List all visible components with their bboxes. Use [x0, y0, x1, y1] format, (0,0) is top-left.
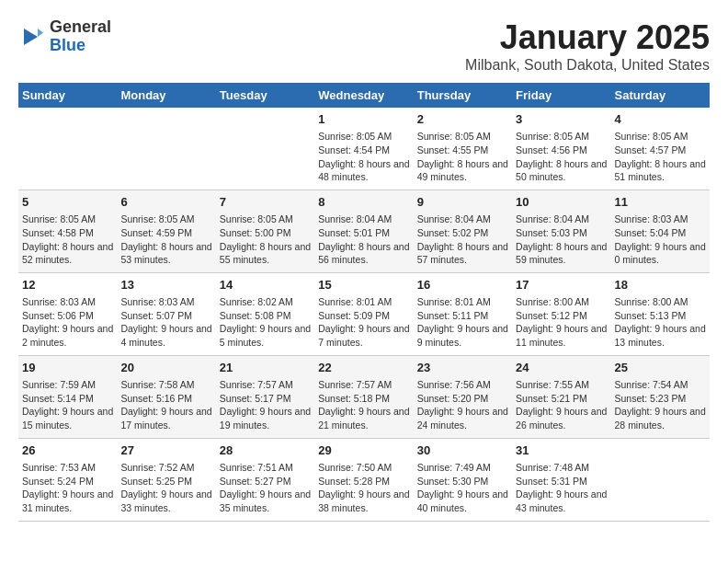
day-number: 5: [22, 194, 113, 211]
day-number: 9: [417, 194, 508, 211]
day-number: 3: [516, 111, 607, 128]
day-number: 2: [417, 111, 508, 128]
day-number: 17: [516, 277, 607, 293]
day-cell: 17Sunrise: 8:00 AM Sunset: 5:12 PM Dayli…: [512, 272, 610, 355]
day-cell: 1Sunrise: 8:05 AM Sunset: 4:54 PM Daylig…: [314, 108, 413, 190]
day-number: 6: [120, 194, 211, 211]
day-info: Sunrise: 8:01 AM Sunset: 5:09 PM Dayligh…: [318, 295, 409, 350]
subtitle: Milbank, South Dakota, United States: [465, 57, 710, 74]
week-row-2: 5Sunrise: 8:05 AM Sunset: 4:58 PM Daylig…: [18, 190, 710, 272]
day-cell: [18, 108, 117, 190]
logo: General Blue: [18, 18, 111, 55]
header-wednesday: Wednesday: [314, 83, 413, 108]
calendar-table: SundayMondayTuesdayWednesdayThursdayFrid…: [18, 83, 710, 522]
day-cell: 16Sunrise: 8:01 AM Sunset: 5:11 PM Dayli…: [414, 272, 512, 355]
day-cell: 5Sunrise: 8:05 AM Sunset: 4:58 PM Daylig…: [18, 190, 117, 272]
header-saturday: Saturday: [611, 83, 710, 108]
day-number: 22: [318, 360, 409, 376]
day-cell: 15Sunrise: 8:01 AM Sunset: 5:09 PM Dayli…: [314, 272, 413, 355]
day-number: 8: [318, 194, 409, 211]
day-cell: 26Sunrise: 7:53 AM Sunset: 5:24 PM Dayli…: [18, 438, 117, 521]
day-cell: 12Sunrise: 8:03 AM Sunset: 5:06 PM Dayli…: [18, 272, 117, 355]
svg-marker-1: [24, 29, 38, 45]
day-info: Sunrise: 7:57 AM Sunset: 5:17 PM Dayligh…: [220, 378, 311, 432]
day-info: Sunrise: 8:01 AM Sunset: 5:11 PM Dayligh…: [417, 295, 508, 350]
day-info: Sunrise: 8:04 AM Sunset: 5:01 PM Dayligh…: [318, 213, 409, 267]
day-cell: 28Sunrise: 7:51 AM Sunset: 5:27 PM Dayli…: [216, 438, 314, 521]
day-cell: 14Sunrise: 8:02 AM Sunset: 5:08 PM Dayli…: [216, 272, 314, 355]
day-cell: 11Sunrise: 8:03 AM Sunset: 5:04 PM Dayli…: [611, 190, 710, 272]
day-number: 27: [120, 442, 211, 459]
day-cell: 4Sunrise: 8:05 AM Sunset: 4:57 PM Daylig…: [611, 108, 710, 190]
logo-blue: Blue: [50, 37, 111, 55]
day-info: Sunrise: 8:05 AM Sunset: 4:55 PM Dayligh…: [417, 130, 508, 184]
day-cell: 3Sunrise: 8:05 AM Sunset: 4:56 PM Daylig…: [512, 108, 610, 190]
day-cell: 20Sunrise: 7:58 AM Sunset: 5:16 PM Dayli…: [117, 355, 215, 438]
day-info: Sunrise: 8:00 AM Sunset: 5:12 PM Dayligh…: [516, 295, 607, 350]
day-cell: 31Sunrise: 7:48 AM Sunset: 5:31 PM Dayli…: [512, 438, 610, 521]
day-number: 18: [615, 277, 706, 293]
week-row-3: 12Sunrise: 8:03 AM Sunset: 5:06 PM Dayli…: [18, 272, 710, 355]
day-info: Sunrise: 7:55 AM Sunset: 5:21 PM Dayligh…: [516, 378, 607, 432]
day-number: 12: [22, 277, 113, 293]
day-cell: 19Sunrise: 7:59 AM Sunset: 5:14 PM Dayli…: [18, 355, 117, 438]
logo-text: General Blue: [50, 18, 111, 55]
logo-icon: [18, 23, 46, 51]
day-cell: [216, 108, 314, 190]
day-number: 10: [516, 194, 607, 211]
day-cell: 22Sunrise: 7:57 AM Sunset: 5:18 PM Dayli…: [314, 355, 413, 438]
day-info: Sunrise: 8:02 AM Sunset: 5:08 PM Dayligh…: [220, 295, 311, 350]
day-cell: [611, 438, 710, 521]
day-info: Sunrise: 8:05 AM Sunset: 4:56 PM Dayligh…: [516, 130, 607, 184]
day-cell: 25Sunrise: 7:54 AM Sunset: 5:23 PM Dayli…: [611, 355, 710, 438]
day-cell: 9Sunrise: 8:04 AM Sunset: 5:02 PM Daylig…: [414, 190, 512, 272]
day-info: Sunrise: 7:57 AM Sunset: 5:18 PM Dayligh…: [318, 378, 409, 432]
day-number: 19: [22, 360, 113, 376]
day-info: Sunrise: 7:51 AM Sunset: 5:27 PM Dayligh…: [220, 461, 311, 515]
day-number: 15: [318, 277, 409, 293]
day-cell: 6Sunrise: 8:05 AM Sunset: 4:59 PM Daylig…: [117, 190, 215, 272]
day-number: 13: [120, 277, 211, 293]
day-number: 4: [615, 111, 706, 128]
day-number: 16: [417, 277, 508, 293]
day-number: 7: [220, 194, 311, 211]
day-number: 14: [220, 277, 311, 293]
day-number: 21: [220, 360, 311, 376]
day-cell: 8Sunrise: 8:04 AM Sunset: 5:01 PM Daylig…: [314, 190, 413, 272]
day-info: Sunrise: 7:54 AM Sunset: 5:23 PM Dayligh…: [615, 378, 706, 432]
day-cell: 21Sunrise: 7:57 AM Sunset: 5:17 PM Dayli…: [216, 355, 314, 438]
day-number: 25: [615, 360, 706, 376]
day-info: Sunrise: 7:50 AM Sunset: 5:28 PM Dayligh…: [318, 461, 409, 515]
day-cell: 30Sunrise: 7:49 AM Sunset: 5:30 PM Dayli…: [414, 438, 512, 521]
day-cell: 13Sunrise: 8:03 AM Sunset: 5:07 PM Dayli…: [117, 272, 215, 355]
day-info: Sunrise: 7:49 AM Sunset: 5:30 PM Dayligh…: [417, 461, 508, 515]
day-info: Sunrise: 8:03 AM Sunset: 5:06 PM Dayligh…: [22, 295, 113, 350]
day-info: Sunrise: 7:52 AM Sunset: 5:25 PM Dayligh…: [120, 461, 211, 515]
day-number: 11: [615, 194, 706, 211]
day-info: Sunrise: 8:04 AM Sunset: 5:03 PM Dayligh…: [516, 213, 607, 267]
day-number: 30: [417, 442, 508, 459]
week-row-1: 1Sunrise: 8:05 AM Sunset: 4:54 PM Daylig…: [18, 108, 710, 190]
day-info: Sunrise: 8:05 AM Sunset: 5:00 PM Dayligh…: [220, 213, 311, 267]
day-number: 31: [516, 442, 607, 459]
week-row-4: 19Sunrise: 7:59 AM Sunset: 5:14 PM Dayli…: [18, 355, 710, 438]
day-number: 28: [220, 442, 311, 459]
header-tuesday: Tuesday: [216, 83, 314, 108]
day-info: Sunrise: 8:05 AM Sunset: 4:59 PM Dayligh…: [120, 213, 211, 267]
header-friday: Friday: [512, 83, 610, 108]
svg-marker-2: [38, 29, 43, 37]
logo-general: General: [50, 18, 111, 37]
day-number: 23: [417, 360, 508, 376]
main-title: January 2025: [465, 18, 710, 57]
day-cell: 10Sunrise: 8:04 AM Sunset: 5:03 PM Dayli…: [512, 190, 610, 272]
day-info: Sunrise: 8:05 AM Sunset: 4:54 PM Dayligh…: [318, 130, 409, 184]
day-cell: 27Sunrise: 7:52 AM Sunset: 5:25 PM Dayli…: [117, 438, 215, 521]
day-number: 1: [318, 111, 409, 128]
week-row-5: 26Sunrise: 7:53 AM Sunset: 5:24 PM Dayli…: [18, 438, 710, 521]
page-header: General Blue January 2025 Milbank, South…: [18, 18, 710, 74]
day-info: Sunrise: 8:00 AM Sunset: 5:13 PM Dayligh…: [615, 295, 706, 350]
day-cell: 7Sunrise: 8:05 AM Sunset: 5:00 PM Daylig…: [216, 190, 314, 272]
day-info: Sunrise: 7:53 AM Sunset: 5:24 PM Dayligh…: [22, 461, 113, 515]
title-block: January 2025 Milbank, South Dakota, Unit…: [465, 18, 710, 74]
day-cell: 23Sunrise: 7:56 AM Sunset: 5:20 PM Dayli…: [414, 355, 512, 438]
